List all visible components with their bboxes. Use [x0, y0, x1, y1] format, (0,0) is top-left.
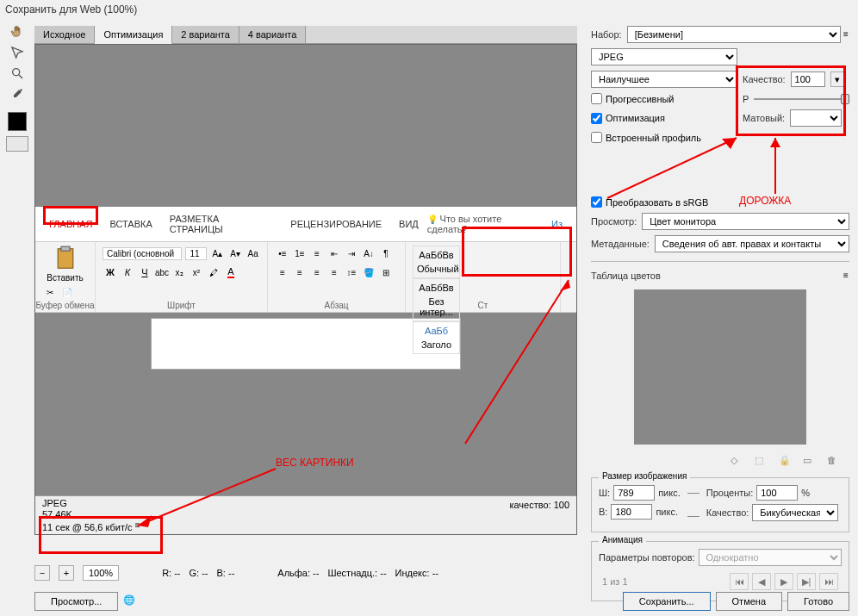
foreground-color-swatch[interactable] — [8, 112, 27, 131]
info-menu-icon[interactable] — [138, 520, 141, 531]
svg-rect-3 — [61, 246, 70, 251]
toggle-slices-icon[interactable] — [6, 136, 28, 152]
increase-font-icon[interactable]: A▴ — [210, 246, 225, 261]
word-tab-insert[interactable]: ВСТАВКА — [101, 214, 160, 234]
decrease-font-icon[interactable]: A▾ — [228, 246, 243, 261]
word-edit-link[interactable]: Из — [543, 214, 571, 234]
save-button[interactable]: Сохранить... — [623, 592, 711, 611]
percent-label: Проценты: — [706, 488, 754, 498]
multilevel-icon[interactable]: ≡ — [309, 246, 325, 261]
highlight-icon[interactable]: 🖍 — [206, 264, 221, 280]
line-spacing-icon[interactable]: ↕≡ — [344, 264, 359, 280]
info-quality: качество: 100 — [509, 498, 569, 510]
browser-icon[interactable]: 🌐 — [123, 594, 137, 608]
play-icon: ▶ — [774, 573, 793, 590]
show-marks-icon[interactable]: ¶ — [378, 246, 394, 261]
progressive-checkbox[interactable] — [591, 93, 602, 104]
zoom-level[interactable]: 100% — [83, 565, 119, 581]
resample-select[interactable]: Бикубическая — [752, 504, 838, 521]
preset-label: Набор: — [591, 29, 622, 40]
matte-select[interactable] — [790, 109, 842, 127]
tab-4up[interactable]: 4 варианта — [239, 26, 307, 43]
word-tab-layout[interactable]: РАЗМЕТКА СТРАНИЦЫ — [161, 208, 283, 240]
ct-lock-icon[interactable]: 🔒 — [779, 455, 791, 467]
word-document-area — [35, 313, 576, 370]
ct-delete-icon[interactable]: 🗑 — [827, 455, 839, 467]
done-button[interactable]: Готово — [787, 592, 849, 611]
quality-input[interactable] — [791, 72, 825, 87]
font-color-icon[interactable]: A — [223, 264, 239, 280]
numbering-icon[interactable]: 1≡ — [292, 246, 308, 261]
preset-select[interactable]: [Безимени] — [627, 26, 841, 43]
paste-icon[interactable] — [53, 246, 78, 271]
slice-select-tool-icon[interactable] — [6, 43, 28, 62]
footer-buttons: Просмотр... 🌐 Сохранить... Отмена Готово — [34, 592, 849, 611]
tab-2up[interactable]: 2 варианта — [172, 26, 239, 43]
justify-icon[interactable]: ≡ — [326, 264, 342, 280]
image-size-fieldset: Размер изображения Ш: пикс. В: пикс. Про… — [591, 477, 849, 532]
borders-icon[interactable]: ⊞ — [378, 264, 394, 280]
bold-icon[interactable]: Ж — [103, 264, 118, 280]
tab-optimized[interactable]: Оптимизация — [95, 26, 172, 44]
font-name-select[interactable]: Calibri (основной — [103, 247, 182, 260]
align-center-icon[interactable]: ≡ — [292, 264, 308, 280]
align-left-icon[interactable]: ≡ — [275, 264, 290, 280]
superscript-icon[interactable]: x² — [189, 264, 204, 280]
percent-unit: % — [801, 488, 810, 498]
preset-menu-icon[interactable] — [846, 29, 849, 40]
index-value: Индекс: -- — [395, 568, 438, 578]
subscript-icon[interactable]: x₂ — [171, 264, 187, 280]
ct-tool-2-icon[interactable]: ⬚ — [755, 455, 767, 467]
metadata-select[interactable]: Сведения об авт. правах и контакты — [655, 235, 849, 252]
percent-input[interactable] — [756, 485, 798, 501]
zoom-in-icon[interactable]: + — [59, 565, 74, 581]
underline-icon[interactable]: Ч — [137, 264, 152, 280]
optimized-checkbox[interactable] — [591, 113, 602, 124]
increase-indent-icon[interactable]: ⇥ — [344, 246, 359, 261]
decrease-indent-icon[interactable]: ⇤ — [326, 246, 342, 261]
font-group: Calibri (основной 11 A▴ A▾ Aa Ж К Ч abc … — [96, 242, 268, 312]
quality-preset-select[interactable]: Наилучшее — [591, 71, 737, 88]
align-right-icon[interactable]: ≡ — [309, 264, 325, 280]
left-toolbar — [2, 22, 33, 152]
copy-icon[interactable]: 📄 — [59, 284, 75, 300]
preview-button[interactable]: Просмотр... — [34, 592, 118, 611]
embed-profile-checkbox[interactable] — [591, 132, 602, 143]
height-input[interactable] — [611, 504, 652, 520]
sort-icon[interactable]: A↓ — [361, 246, 376, 261]
cancel-button[interactable]: Отмена — [716, 592, 782, 611]
italic-icon[interactable]: К — [120, 264, 135, 280]
preview-select[interactable]: Цвет монитора — [642, 213, 849, 230]
format-select[interactable]: JPEG — [591, 48, 737, 65]
style-no-spacing[interactable]: АаБбВв Без интер... — [413, 278, 460, 321]
styles-group-label: Ст — [406, 301, 560, 310]
style-normal[interactable]: АаБбВв Обычный — [413, 246, 460, 278]
color-table-menu-icon[interactable] — [846, 271, 849, 281]
tab-original[interactable]: Исходное — [34, 26, 95, 43]
font-size-select[interactable]: 11 — [185, 247, 207, 260]
width-input[interactable] — [613, 485, 655, 501]
word-tab-home[interactable]: ГЛАВНАЯ — [40, 214, 101, 234]
bullets-icon[interactable]: •≡ — [275, 246, 290, 261]
cut-icon[interactable]: ✂ — [42, 284, 58, 300]
link-dimensions-icon[interactable] — [687, 493, 699, 517]
word-tell-me[interactable]: 💡 Что вы хотите сделать? — [427, 214, 543, 234]
shading-icon[interactable]: 🪣 — [361, 264, 376, 280]
info-time: 11 сек @ 56,6 кбит/с — [42, 522, 133, 532]
hand-tool-icon[interactable] — [6, 22, 28, 41]
view-tabs: Исходное Оптимизация 2 варианта 4 вариан… — [34, 26, 577, 44]
ct-tool-1-icon[interactable]: ◇ — [731, 455, 743, 467]
word-tab-view[interactable]: ВИД — [390, 214, 427, 234]
srgb-checkbox[interactable] — [591, 196, 602, 208]
zoom-tool-icon[interactable] — [6, 64, 28, 83]
quality-dropdown-icon[interactable]: ▾ — [830, 72, 844, 87]
word-tab-review[interactable]: РЕЦЕНЗИРОВАНИЕ — [282, 214, 390, 234]
ct-new-icon[interactable]: ▭ — [803, 455, 815, 467]
zoom-out-icon[interactable]: − — [34, 565, 50, 581]
eyedropper-tool-icon[interactable] — [6, 84, 28, 103]
strike-icon[interactable]: abc — [154, 264, 170, 280]
blur-slider[interactable] — [754, 98, 849, 100]
settings-panel: Набор: [Безимени] JPEG Наилучшее Качеств… — [591, 26, 849, 601]
style-heading[interactable]: АаБб Заголо — [413, 321, 460, 354]
change-case-icon[interactable]: Aa — [246, 246, 260, 261]
